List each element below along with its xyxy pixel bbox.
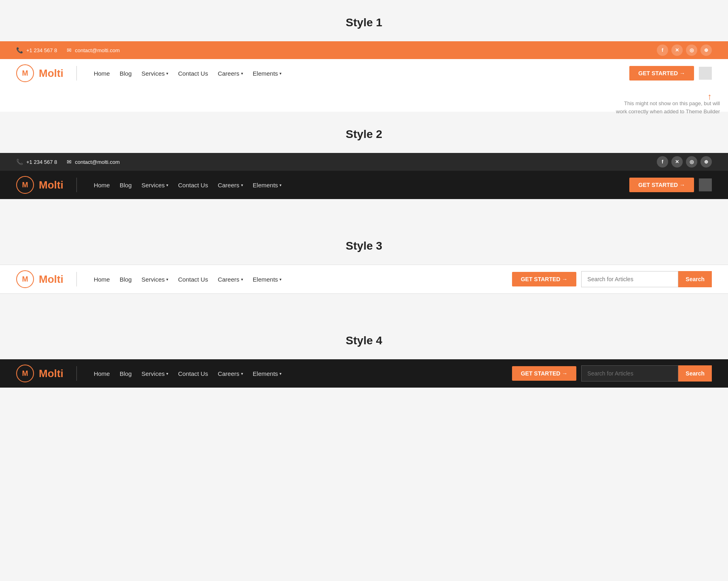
style2-email-item[interactable]: ✉ contact@molti.com: [67, 159, 120, 165]
nav-item-home[interactable]: Home: [90, 68, 114, 79]
instagram-icon[interactable]: ◎: [686, 45, 697, 56]
style3-search-area: Search: [581, 271, 712, 287]
nav2-link-careers[interactable]: Careers ▾: [214, 179, 247, 191]
nav2-item-home[interactable]: Home: [90, 179, 114, 191]
style2-phone: +1 234 567 8: [26, 159, 57, 165]
style1-topbar-right: f ✕ ◎ ⊕: [657, 45, 712, 56]
nav4-link-blog[interactable]: Blog: [116, 368, 136, 380]
style4-logo-text: Molti: [39, 367, 63, 380]
careers4-chevron: ▾: [241, 371, 243, 376]
nav2-link-home[interactable]: Home: [90, 179, 114, 191]
instagram-icon-2[interactable]: ◎: [686, 156, 697, 168]
nav-link-contact[interactable]: Contact Us: [174, 68, 212, 79]
nav2-item-contact[interactable]: Contact Us: [174, 179, 212, 191]
nav2-item-elements[interactable]: Elements ▾: [249, 179, 286, 191]
twitter-icon[interactable]: ✕: [671, 45, 683, 56]
nav-link-elements[interactable]: Elements ▾: [249, 68, 286, 79]
spacer-2-3: [0, 199, 728, 223]
style3-cta-button[interactable]: GET STARTED →: [512, 272, 577, 286]
facebook-icon-2[interactable]: f: [657, 156, 668, 168]
nav4-item-blog[interactable]: Blog: [116, 368, 136, 380]
style1-logo-icon[interactable]: M: [16, 64, 34, 82]
style4-cta-button[interactable]: GET STARTED →: [512, 366, 577, 381]
style2-logo-letter: M: [22, 181, 28, 189]
nav-link-careers[interactable]: Careers ▾: [214, 68, 247, 79]
style4-logo-area: M Molti Home Blog Services ▾ Contact Us …: [16, 365, 286, 382]
style2-menu-icon[interactable]: [699, 178, 712, 191]
twitter-icon-2[interactable]: ✕: [671, 156, 683, 168]
nav-item-services[interactable]: Services ▾: [138, 68, 173, 79]
nav2-item-careers[interactable]: Careers ▾: [214, 179, 247, 191]
style1-email-item[interactable]: ✉ contact@molti.com: [67, 47, 120, 53]
style1-nav-links: Home Blog Services ▾ Contact Us Careers …: [90, 68, 286, 79]
nav3-link-blog[interactable]: Blog: [116, 274, 136, 285]
email-icon-2: ✉: [67, 159, 72, 165]
style3-search-input[interactable]: [581, 271, 678, 287]
style3-search-button[interactable]: Search: [678, 271, 712, 287]
style2-phone-item[interactable]: 📞 +1 234 567 8: [16, 159, 57, 165]
style1-phone-item[interactable]: 📞 +1 234 567 8: [16, 47, 57, 53]
nav4-item-home[interactable]: Home: [90, 368, 114, 380]
nav4-link-elements[interactable]: Elements ▾: [249, 368, 286, 380]
nav4-item-services[interactable]: Services ▾: [138, 368, 173, 380]
nav2-item-blog[interactable]: Blog: [116, 179, 136, 191]
nav4-link-careers[interactable]: Careers ▾: [214, 368, 247, 380]
style4-search-area: Search: [581, 365, 712, 382]
nav3-link-careers[interactable]: Careers ▾: [214, 274, 247, 285]
services3-chevron: ▾: [166, 277, 168, 282]
services4-chevron: ▾: [166, 371, 168, 376]
careers3-chevron: ▾: [241, 277, 243, 282]
nav3-item-blog[interactable]: Blog: [116, 274, 136, 285]
style2-topbar: 📞 +1 234 567 8 ✉ contact@molti.com f ✕ ◎…: [0, 153, 728, 171]
style4-search-input[interactable]: [581, 365, 678, 382]
dribbble-icon[interactable]: ⊕: [700, 45, 712, 56]
nav-item-contact[interactable]: Contact Us: [174, 68, 212, 79]
nav-link-services[interactable]: Services ▾: [138, 68, 173, 79]
nav-item-careers[interactable]: Careers ▾: [214, 68, 247, 79]
nav3-link-home[interactable]: Home: [90, 274, 114, 285]
style2-logo-icon[interactable]: M: [16, 176, 34, 194]
nav3-link-contact[interactable]: Contact Us: [174, 274, 212, 285]
style1-section: 📞 +1 234 567 8 ✉ contact@molti.com f ✕ ◎…: [0, 41, 728, 112]
spacer-3-4: [0, 294, 728, 318]
nav4-link-services[interactable]: Services ▾: [138, 368, 173, 380]
nav3-item-services[interactable]: Services ▾: [138, 274, 173, 285]
nav2-link-blog[interactable]: Blog: [116, 179, 136, 191]
nav3-link-services[interactable]: Services ▾: [138, 274, 173, 285]
style1-cta-button[interactable]: GET STARTED →: [629, 66, 694, 81]
nav2-link-elements[interactable]: Elements ▾: [249, 179, 286, 191]
style1-menu-icon[interactable]: [699, 67, 712, 80]
nav3-item-careers[interactable]: Careers ▾: [214, 274, 247, 285]
style4-search-button[interactable]: Search: [678, 365, 712, 382]
nav3-item-elements[interactable]: Elements ▾: [249, 274, 286, 285]
nav3-item-home[interactable]: Home: [90, 274, 114, 285]
email-icon: ✉: [67, 47, 72, 53]
dribbble-icon-2[interactable]: ⊕: [700, 156, 712, 168]
nav4-item-careers[interactable]: Careers ▾: [214, 368, 247, 380]
style2-nav-links: Home Blog Services ▾ Contact Us Careers …: [90, 179, 286, 191]
style2-logo-area: M Molti Home Blog Services ▾ Contact Us …: [16, 176, 286, 194]
services2-chevron: ▾: [166, 183, 168, 187]
style1-note-text: This might not show on this page, but wi…: [615, 100, 720, 115]
nav3-item-contact[interactable]: Contact Us: [174, 274, 212, 285]
nav2-item-services[interactable]: Services ▾: [138, 179, 173, 191]
style4-logo-icon[interactable]: M: [16, 365, 34, 382]
bottom-spacer: [0, 388, 728, 420]
nav-link-home[interactable]: Home: [90, 68, 114, 79]
nav4-item-elements[interactable]: Elements ▾: [249, 368, 286, 380]
nav2-link-contact[interactable]: Contact Us: [174, 179, 212, 191]
nav-item-elements[interactable]: Elements ▾: [249, 68, 286, 79]
nav2-link-services[interactable]: Services ▾: [138, 179, 173, 191]
style2-cta-button[interactable]: GET STARTED →: [629, 178, 694, 192]
style3-logo-divider: [76, 272, 77, 286]
nav4-link-home[interactable]: Home: [90, 368, 114, 380]
style3-logo-icon[interactable]: M: [16, 270, 34, 288]
phone-icon: 📞: [16, 47, 23, 53]
nav-link-blog[interactable]: Blog: [116, 68, 136, 79]
nav3-link-elements[interactable]: Elements ▾: [249, 274, 286, 285]
nav4-item-contact[interactable]: Contact Us: [174, 368, 212, 380]
facebook-icon[interactable]: f: [657, 45, 668, 56]
nav-item-blog[interactable]: Blog: [116, 68, 136, 79]
style1-title: Style 1: [0, 0, 728, 41]
nav4-link-contact[interactable]: Contact Us: [174, 368, 212, 380]
